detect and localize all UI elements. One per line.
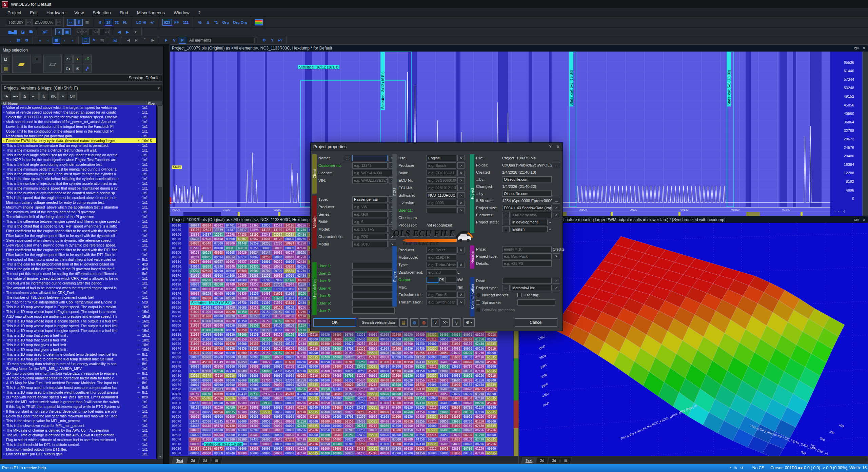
project-created-by-value[interactable]: Olsecufile.com (502, 176, 552, 182)
hex-cell[interactable]: 03600 (450, 446, 462, 451)
hex-cell[interactable]: 00000 (284, 401, 296, 405)
hex-cell[interactable]: 00256 (260, 241, 272, 246)
menu-item-hardware[interactable]: Hardware (42, 9, 70, 16)
hex-cell[interactable]: 01448 (236, 241, 248, 246)
ecu-ecu-nr-1-arrow[interactable]: > (457, 177, 465, 183)
hex-cell[interactable]: 45216 (426, 446, 438, 451)
hex-row[interactable]: 003B000000040000000000000015000000002000… (170, 355, 514, 360)
hex-cell[interactable]: 00150 (402, 346, 414, 351)
hex-cell[interactable]: 01250 (296, 365, 308, 369)
hex-cell[interactable]: 03600 (236, 333, 248, 337)
hex-cell[interactable]: 00000 (284, 387, 296, 392)
width-8-button[interactable]: 8 (97, 19, 104, 26)
hex-cell[interactable]: 45216 (367, 451, 379, 455)
comm-read-arrow[interactable]: > (553, 278, 560, 284)
map-list-row[interactable]: ✳This is the slew up value for MFL_min_p… (2, 418, 156, 423)
hex-cell[interactable]: 65535 (426, 373, 438, 378)
hex-cell[interactable]: 00150 (236, 346, 248, 351)
hex-cell[interactable]: 08800 (224, 241, 236, 246)
hex-cell[interactable]: 00256 (296, 278, 308, 282)
hex-cell[interactable]: 02430 (296, 260, 308, 264)
hex-cell[interactable]: 00150 (236, 310, 248, 314)
binoculars-hi-icon[interactable]: HI (133, 37, 140, 44)
hex-cell[interactable]: 00000 (189, 287, 201, 291)
hex-cell[interactable]: 00020 (224, 310, 236, 314)
hex-cell[interactable]: 00000 (260, 365, 272, 369)
hex-cell[interactable]: 01000 (319, 419, 331, 424)
hex-cell[interactable]: 00150 (260, 337, 272, 341)
filter-kk-button[interactable]: KK (49, 93, 58, 100)
hex-cell[interactable]: 31000 (331, 433, 343, 437)
hex-cell[interactable]: 09600 (224, 237, 236, 241)
hex-row[interactable]: 0055000000000000000000000015000000000000… (170, 414, 514, 419)
hex-cell[interactable]: 65535 (308, 355, 319, 360)
ecu-software-input[interactable]: NC3_1133R03C (427, 192, 456, 198)
hex-cell[interactable]: 00000 (284, 424, 296, 428)
hex-cell[interactable]: 03600 (236, 305, 248, 310)
hex-cell[interactable]: 00150 (260, 333, 272, 337)
paste-icon[interactable]: ▤ (399, 318, 408, 327)
hex-cell[interactable]: 00700 (402, 451, 414, 455)
bdm-bsl-protection-checkbox[interactable] (476, 308, 480, 312)
hex-cell[interactable]: 45216 (426, 406, 438, 410)
hex-cell[interactable]: 13109 (189, 228, 201, 232)
hex-row[interactable]: 0031031000010000000000020036000015000150… (170, 333, 514, 337)
search-fwd-button[interactable]: ▶ (149, 37, 157, 44)
ecu-version-arrow[interactable]: > (457, 200, 465, 206)
hex-cell[interactable]: 00020 (462, 333, 474, 337)
hex-cell[interactable]: 00000 (248, 419, 260, 424)
filter-v-button[interactable]: V (171, 37, 178, 44)
hex-cell[interactable]: 00065 (272, 410, 284, 414)
map-list-row[interactable]: ✳2D map for crnk fuel interpolated with … (2, 300, 156, 304)
hex-cell[interactable]: 00150 (284, 346, 296, 351)
hex-cell[interactable]: 00050 (379, 355, 391, 360)
hex-cell[interactable]: 00400 (319, 451, 331, 455)
hex-cell[interactable]: 00002 (213, 223, 224, 228)
session-bar[interactable]: Session: Default (1, 74, 162, 82)
engine-max-input[interactable] (427, 284, 456, 290)
hex-cell[interactable]: 45216 (486, 360, 497, 364)
export-map-icon[interactable]: 🗋▸ (64, 64, 73, 73)
hex-cell[interactable]: 00150 (260, 341, 272, 346)
hex-cell[interactable]: 01250 (414, 369, 426, 373)
hex-cell[interactable]: 01250 (355, 360, 367, 364)
hex-cell[interactable]: 65376 (201, 396, 213, 401)
hex-cell[interactable]: 31000 (189, 328, 201, 332)
hex-cell[interactable]: 03600 (331, 346, 343, 351)
hex-cell[interactable]: 00150 (248, 333, 260, 337)
user6-input[interactable] (352, 300, 395, 306)
hex-cell[interactable]: 00700 (402, 341, 414, 346)
hex-cell[interactable]: 31000 (391, 387, 402, 392)
hex-cell[interactable]: 13366 (248, 223, 260, 228)
hex-cell[interactable]: 01000 (319, 378, 331, 382)
map-list-row[interactable]: ✳Low pass filter (on DT1 output) gain·1x… (2, 452, 156, 456)
hex-cell[interactable]: 12593 (284, 228, 296, 232)
hex-cell[interactable]: 01250 (414, 341, 426, 346)
hex-cell[interactable]: 00000 (308, 378, 319, 382)
hex-cell[interactable]: 01000 (189, 273, 201, 278)
map-list-row[interactable]: ✳The maximum limit of the integral part … (2, 210, 156, 214)
projects-versions-combo[interactable]: Projects, Versions & Maps: (Ctrl+Shift+F… (1, 84, 162, 92)
hex-cell[interactable]: 00400 (438, 442, 450, 446)
hex-cell[interactable]: 04000 (331, 424, 343, 428)
hex-cell[interactable]: 65535 (308, 451, 319, 455)
hex-cell[interactable]: 00700 (462, 351, 474, 355)
hex-cell[interactable]: 01930 (248, 401, 260, 405)
hex-cell[interactable]: 02430 (236, 392, 248, 396)
hex-cell[interactable]: 00400 (213, 328, 224, 332)
help-icon[interactable]: ? (269, 37, 276, 44)
hex-cell[interactable]: 45216 (486, 387, 497, 392)
hex-cell[interactable]: 07600 (201, 237, 213, 241)
hex-cell[interactable]: 00100 (213, 246, 224, 250)
hex-cell[interactable]: 65535 (426, 333, 438, 337)
hex-cell[interactable]: 01000 (379, 414, 391, 419)
hex-cell[interactable]: 00000 (284, 246, 296, 250)
hex-cell[interactable]: 00000 (272, 365, 284, 369)
hex-cell[interactable]: 00400 (379, 337, 391, 341)
hex-cell[interactable]: 02430 (355, 378, 367, 382)
hex-cell[interactable]: 00200 (201, 278, 213, 282)
hex-cell[interactable]: 03600 (391, 451, 402, 455)
hex-cell[interactable]: 45216 (308, 387, 319, 392)
hex-cell[interactable]: 00400 (379, 378, 391, 382)
hex-cell[interactable]: 01000 (379, 442, 391, 446)
